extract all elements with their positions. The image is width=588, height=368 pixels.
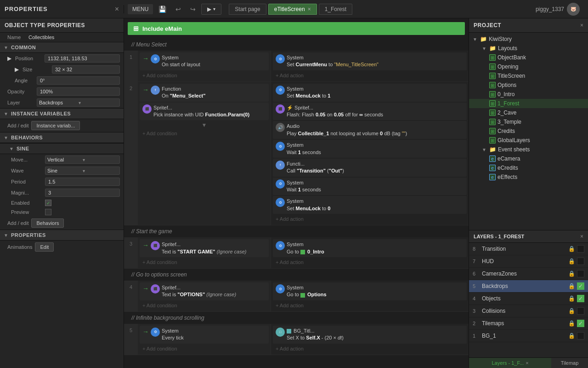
animations-btn[interactable]: Edit <box>35 242 54 252</box>
move-dropdown[interactable]: Vertical ▾ <box>45 155 120 164</box>
layers-tab[interactable]: Layers - 1_F... × <box>469 358 551 368</box>
add-action-2[interactable]: + Add action <box>273 215 467 223</box>
layer-vis-8[interactable] <box>577 245 584 253</box>
action-wait1[interactable]: ⚙ SystemWait 1 seconds <box>273 140 467 158</box>
layer-vis-6[interactable] <box>577 270 584 277</box>
add-condition-1[interactable]: + Add condition <box>140 71 269 80</box>
play-button[interactable]: ▶ ▾ <box>201 4 221 15</box>
tilemap-tab[interactable]: Tilemap <box>551 358 588 368</box>
layer-vis-4[interactable]: ✓ <box>577 295 584 302</box>
layer-vis-3[interactable] <box>577 307 584 315</box>
instance-vars-section[interactable]: ▼ INSTANCE VARIABLES <box>0 108 124 119</box>
tab-1forest[interactable]: 1_Forest <box>319 4 352 15</box>
add-condition-5[interactable]: + Add condition <box>140 345 269 353</box>
enabled-checkbox[interactable]: ✓ <box>45 200 51 206</box>
save-button[interactable]: 💾 <box>155 4 170 15</box>
tree-layouts-folder[interactable]: ▼ 📁 Layouts <box>469 44 588 53</box>
props-section[interactable]: ▼ PROPERTIES <box>0 230 124 241</box>
action-audio[interactable]: 🔊 AudioPlay Collectible_1 not looping at… <box>273 121 467 139</box>
behaviors-section[interactable]: ▼ BEHAVIORS <box>0 132 124 143</box>
topbar-close[interactable]: × <box>115 5 119 13</box>
tree-ecamera[interactable]: e eCamera <box>469 154 588 163</box>
expand-arrow[interactable]: ▼ <box>202 122 207 128</box>
layer-row-bg1[interactable]: 1 BG_1 🔒 <box>469 330 588 342</box>
sine-section[interactable]: ▼ SINE <box>0 143 124 154</box>
eeffects-label: eEffects <box>498 174 517 180</box>
layer-vis-7[interactable] <box>577 258 584 265</box>
comment-infinite-bg: // Infinite background scrolling <box>124 312 469 324</box>
cond-arrow-func: → <box>142 86 149 93</box>
tree-root[interactable]: ▼ 📁 KiwiStory <box>469 34 588 44</box>
tree-options[interactable]: ⊞ Options <box>469 80 588 90</box>
layers-tab-close[interactable]: × <box>526 360 528 366</box>
common-section[interactable]: ▼ COMMON <box>0 42 124 53</box>
add-condition-2[interactable]: + Add condition <box>140 129 269 138</box>
layer-row-objects[interactable]: 4 Objects 🔒 ✓ <box>469 293 588 305</box>
layer-row-backdrops[interactable]: 5 Backdrops 🔒 ✓ <box>469 280 588 293</box>
condition-options[interactable]: → ⬛ Spritef...Text is "OPTIONS" (Ignore … <box>140 282 269 300</box>
add-condition-4[interactable]: + Add condition <box>140 301 269 310</box>
action-transition[interactable]: f Functi...Call "Transition" ("Out") <box>273 159 467 177</box>
undo-button[interactable]: ↩ <box>172 4 185 15</box>
tree-eeffects[interactable]: e eEffects <box>469 172 588 182</box>
layer-row-camerazones[interactable]: 6 CameraZones 🔒 <box>469 268 588 280</box>
tree-0intro[interactable]: ⊞ 0_Intro <box>469 90 588 99</box>
preview-checkbox[interactable] <box>45 209 51 215</box>
tree-credits[interactable]: ⊞ Credits <box>469 126 588 136</box>
opacity-val[interactable]: 100% <box>37 87 120 96</box>
tree-3temple[interactable]: ⊞ 3_Temple <box>469 117 588 126</box>
add-action-5[interactable]: + Add action <box>273 345 467 353</box>
period-val[interactable]: 1.5 <box>45 178 120 186</box>
add-action-1[interactable]: + Add action <box>273 71 467 80</box>
tab-etitlescreen[interactable]: eTitleScreen× <box>268 4 317 15</box>
tree-event-sheets-folder[interactable]: ▼ 📁 Event sheets <box>469 145 588 154</box>
action-wait2[interactable]: ⚙ SystemWait 1 seconds <box>273 178 467 196</box>
tab-start-page[interactable]: Start page <box>229 4 266 15</box>
tree-opening[interactable]: ⊞ Opening <box>469 62 588 71</box>
layer-vis-5[interactable]: ✓ <box>577 282 584 290</box>
action-flash[interactable]: ⬛ ⚡ Spritef...Flash: Flash 0.05 on 0.05 … <box>273 103 467 121</box>
tree-2cave[interactable]: ⊞ 2_Cave <box>469 108 588 117</box>
add-condition-3[interactable]: + Add condition <box>140 258 269 266</box>
layer-row-hud[interactable]: 7 HUD 🔒 <box>469 255 588 268</box>
add-action-3[interactable]: + Add action <box>273 258 467 266</box>
layer-row-transition[interactable]: 8 Transition 🔒 <box>469 243 588 255</box>
angle-val[interactable]: 0° <box>37 76 120 85</box>
action-bg-scroll[interactable]: □ BG_Titl...Set X to Self.X - (20 × dt) <box>273 326 467 344</box>
magni-val[interactable]: 3 <box>45 189 120 197</box>
behaviors-btn[interactable]: Behaviors <box>31 218 64 228</box>
menu-button[interactable]: MENU <box>128 4 153 14</box>
size-val[interactable]: 32 × 32 <box>52 65 120 74</box>
tree-ecredits[interactable]: e eCredits <box>469 163 588 172</box>
layer-dropdown[interactable]: Backdrops ▾ <box>37 98 120 107</box>
condition-start-game[interactable]: → ⬛ Spritef...Text is "START GAME" (Igno… <box>140 239 269 257</box>
tree-objectbank[interactable]: ⊞ ObjectBank <box>469 53 588 62</box>
condition-item[interactable]: → ⚙ SystemOn start of layout <box>140 52 269 70</box>
action-goto-options[interactable]: ⚙ SystemGo to Options <box>273 282 467 300</box>
wave-dropdown[interactable]: Sine ▾ <box>45 167 120 175</box>
project-close[interactable]: × <box>580 22 583 29</box>
tree-titlescreen[interactable]: ⊞ TitleScreen <box>469 71 588 80</box>
condition-every-tick[interactable]: → ⚙ SystemEvery tick <box>140 326 269 344</box>
action-menulock1[interactable]: ⚙ SystemSet MenuLock to 1 <box>273 84 467 102</box>
condition-func[interactable]: → f FunctionOn "Menu_Select" <box>140 84 269 102</box>
redo-button[interactable]: ↪ <box>187 4 199 15</box>
condition-sprite[interactable]: ⬛ Spritef...Pick instance with UID Funct… <box>140 103 269 121</box>
layouts-label: Layouts <box>498 45 517 52</box>
action-goto-intro[interactable]: ⚙ SystemGo to 0_Intro <box>273 239 467 257</box>
tree-1forest[interactable]: ⊞ 1_Forest <box>469 99 588 108</box>
layer-row-collisions[interactable]: 3 Collisions 🔒 <box>469 305 588 317</box>
action-menulock0[interactable]: ⚙ SystemSet MenuLock to 0 <box>273 196 467 214</box>
action-item[interactable]: ⚙ SystemSet CurrentMenu to "Menu_TitleSc… <box>273 52 467 70</box>
add-action-4[interactable]: + Add action <box>273 301 467 310</box>
layer-vis-1[interactable] <box>577 332 584 339</box>
layer-num-7: 7 <box>473 259 482 264</box>
layer-vis-2[interactable]: ✓ <box>577 320 584 327</box>
layers-close[interactable]: × <box>580 233 583 240</box>
cond-arrow-5: → <box>142 328 149 335</box>
tree-globallayers[interactable]: ⊞ GlobalLayers <box>469 136 588 145</box>
instance-btn[interactable]: Instance variab... <box>31 121 80 130</box>
move-key: Move... <box>11 157 43 162</box>
layer-row-tilemaps[interactable]: 2 Tilemaps 🔒 ✓ <box>469 317 588 330</box>
position-val[interactable]: 1132.181, 118.53 <box>45 54 120 63</box>
